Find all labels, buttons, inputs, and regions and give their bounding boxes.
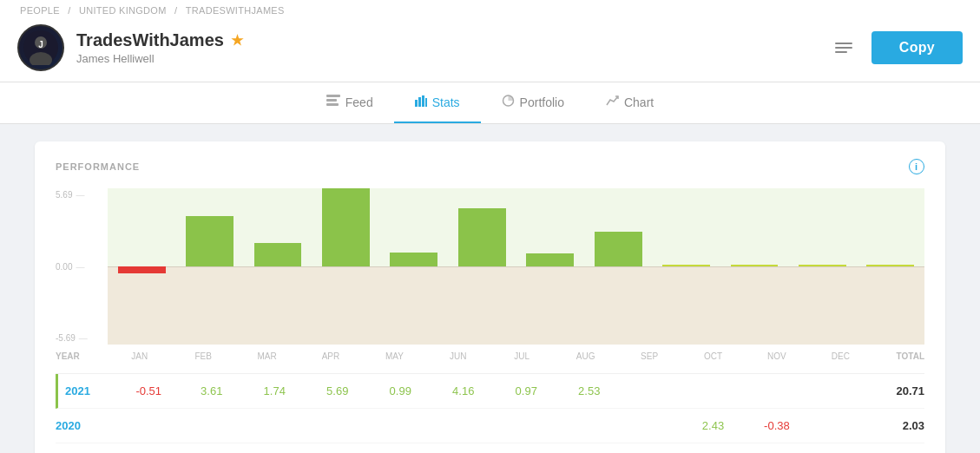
val-2021-jun: 4.16 (432, 384, 496, 397)
y-label-top: 5.69 — (56, 190, 108, 200)
total-2021: 20.71 (872, 384, 924, 397)
svg-rect-6 (326, 103, 339, 106)
stats-icon (415, 95, 427, 109)
bar-mar (244, 188, 312, 345)
val-2020-jul (490, 419, 554, 432)
tab-stats[interactable]: Stats (394, 82, 481, 123)
profile-left: J TradesWithJames ★ James Helliwell (17, 24, 243, 71)
x-mar: MAR (235, 351, 299, 361)
bar-aug (584, 188, 652, 345)
val-2020-sep (617, 419, 681, 432)
menu-icon[interactable] (830, 37, 858, 58)
profile-name: TradesWithJames ★ (76, 30, 243, 50)
val-2020-jun (426, 419, 490, 432)
svg-rect-9 (422, 95, 424, 107)
section-title: PERFORMANCE i (56, 159, 924, 174)
breadcrumb-user[interactable]: TRADESWITHJAMES (186, 5, 285, 16)
y-axis: 5.69 — 0.00 — -5.69 — (56, 188, 108, 345)
val-2021-nov (747, 384, 810, 397)
profile-info: TradesWithJames ★ James Helliwell (76, 30, 243, 65)
val-2021-dec (810, 384, 873, 397)
y-label-bot: -5.69 — (56, 333, 108, 343)
x-jul: JUL (490, 351, 554, 361)
profile-header: J TradesWithJames ★ James Helliwell Copy (17, 16, 963, 82)
year-2021[interactable]: 2021 (65, 384, 117, 397)
breadcrumb-sep2: / (174, 5, 177, 16)
performance-card: PERFORMANCE i 5.69 — 0.00 — -5.69 (35, 141, 945, 453)
x-aug: AUG (554, 351, 617, 361)
year-2020[interactable]: 2020 (56, 419, 108, 432)
svg-rect-10 (425, 98, 427, 107)
val-2020-dec (809, 419, 872, 432)
profile-subtitle: James Helliwell (76, 52, 243, 65)
x-feb: FEB (171, 351, 234, 361)
val-2021-apr: 5.69 (306, 384, 370, 397)
bars-container (108, 188, 924, 345)
tab-chart[interactable]: Chart (585, 82, 674, 123)
bar-apr (312, 188, 379, 345)
svg-rect-8 (418, 97, 421, 107)
main-content: PERFORMANCE i 5.69 — 0.00 — -5.69 (0, 124, 980, 453)
x-oct: OCT (681, 351, 745, 361)
x-nov: NOV (745, 351, 808, 361)
avatar: J (17, 24, 64, 71)
chart-area: 5.69 — 0.00 — -5.69 — (56, 188, 924, 345)
svg-rect-5 (326, 99, 337, 102)
val-2020-nov: -0.38 (745, 419, 808, 432)
breadcrumb: PEOPLE / UNITED KINGDOM / TRADESWITHJAME… (17, 0, 963, 16)
val-2021-may: 0.99 (369, 384, 432, 397)
top-bar: PEOPLE / UNITED KINGDOM / TRADESWITHJAME… (0, 0, 980, 82)
val-2020-feb (171, 419, 234, 432)
nav-tabs: Feed Stats Portfolio Chart (0, 82, 980, 124)
val-2021-aug: 2.53 (558, 384, 622, 397)
x-labels-row: YEAR JAN FEB MAR APR MAY JUN JUL AUG SEP… (56, 351, 924, 361)
bar-jun (448, 188, 516, 345)
x-apr: APR (299, 351, 362, 361)
star-icon[interactable]: ★ (231, 32, 243, 49)
bar-sep (652, 188, 720, 345)
x-jun: JUN (426, 351, 490, 361)
bar-feb (175, 188, 243, 345)
breadcrumb-people[interactable]: PEOPLE (20, 5, 60, 16)
year-header: YEAR (56, 351, 108, 361)
val-2020-mar (235, 419, 299, 432)
bar-jan (108, 188, 175, 345)
x-dec: DEC (809, 351, 872, 361)
table-row-2021: 2021 -0.51 3.61 1.74 5.69 0.99 4.16 0.97… (56, 374, 924, 409)
row-2021-values: -0.51 3.61 1.74 5.69 0.99 4.16 0.97 2.53 (117, 384, 872, 397)
chart-wrapper: 5.69 — 0.00 — -5.69 — (56, 188, 924, 443)
val-2021-feb: 3.61 (181, 384, 244, 397)
bar-nov (788, 188, 856, 345)
data-rows: 2021 -0.51 3.61 1.74 5.69 0.99 4.16 0.97… (56, 373, 924, 443)
tab-feed-label: Feed (345, 95, 373, 109)
val-2020-apr (299, 419, 362, 432)
info-icon[interactable]: i (909, 159, 924, 174)
tab-portfolio[interactable]: Portfolio (481, 82, 585, 123)
header-actions: Copy (830, 31, 963, 64)
val-2020-aug (554, 419, 617, 432)
svg-rect-4 (326, 95, 340, 97)
val-2021-jul: 0.97 (495, 384, 558, 397)
tab-feed[interactable]: Feed (306, 82, 394, 123)
copy-button[interactable]: Copy (871, 31, 963, 64)
val-2021-jan: -0.51 (117, 384, 181, 397)
breadcrumb-sep1: / (68, 5, 70, 16)
table-row-2020: 2020 2.43 -0.38 (56, 409, 924, 443)
val-2020-oct: 2.43 (681, 419, 745, 432)
x-jan: JAN (108, 351, 171, 361)
y-label-mid: 0.00 — (56, 262, 108, 272)
chart-icon (606, 95, 619, 109)
bar-dec (857, 188, 924, 345)
val-2021-sep (621, 384, 684, 397)
val-2020-may (363, 419, 426, 432)
x-may: MAY (363, 351, 426, 361)
bar-oct (720, 188, 788, 345)
feed-icon (326, 95, 340, 109)
breadcrumb-uk[interactable]: UNITED KINGDOM (79, 5, 167, 16)
bar-jul (516, 188, 584, 345)
total-2020: 2.03 (872, 419, 924, 432)
svg-rect-7 (415, 100, 418, 107)
tab-stats-label: Stats (432, 95, 460, 109)
val-2021-mar: 1.74 (243, 384, 306, 397)
x-sep: SEP (617, 351, 681, 361)
